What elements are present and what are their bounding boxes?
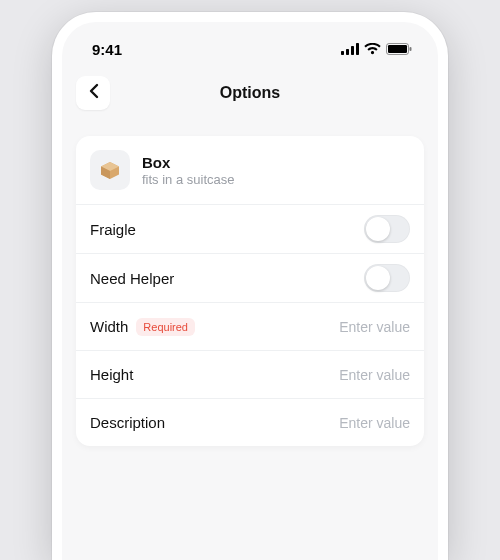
height-placeholder: Enter value xyxy=(339,367,410,383)
nav-bar: Options xyxy=(62,62,438,126)
back-button[interactable] xyxy=(76,76,110,110)
description-placeholder: Enter value xyxy=(339,415,410,431)
svg-rect-1 xyxy=(346,49,349,55)
cellular-icon xyxy=(341,41,359,58)
row-fragile: Fraigle xyxy=(76,204,424,253)
row-description[interactable]: Description Enter value xyxy=(76,398,424,446)
row-width[interactable]: Width Required Enter value xyxy=(76,302,424,350)
chevron-left-icon xyxy=(88,83,99,103)
svg-rect-5 xyxy=(388,45,407,53)
fragile-toggle[interactable] xyxy=(364,215,410,243)
header-title: Box xyxy=(142,154,235,171)
box-icon xyxy=(90,150,130,190)
header-row: Box fits in a suitcase xyxy=(76,136,424,204)
header-subtitle: fits in a suitcase xyxy=(142,172,235,187)
description-label: Description xyxy=(90,414,165,431)
phone-frame: 9:41 Options Box f xyxy=(52,12,448,560)
row-helper: Need Helper xyxy=(76,253,424,302)
fragile-label: Fraigle xyxy=(90,221,136,238)
width-label: Width xyxy=(90,318,128,335)
battery-icon xyxy=(386,41,412,58)
options-card: Box fits in a suitcase Fraigle Need Help… xyxy=(76,136,424,446)
svg-rect-6 xyxy=(410,47,412,51)
svg-rect-0 xyxy=(341,51,344,55)
row-height[interactable]: Height Enter value xyxy=(76,350,424,398)
required-badge: Required xyxy=(136,318,195,336)
helper-toggle[interactable] xyxy=(364,264,410,292)
status-bar: 9:41 xyxy=(62,22,438,62)
helper-label: Need Helper xyxy=(90,270,174,287)
status-indicators xyxy=(341,41,412,58)
wifi-icon xyxy=(364,41,381,58)
page-title: Options xyxy=(62,84,438,102)
height-label: Height xyxy=(90,366,133,383)
status-time: 9:41 xyxy=(92,41,122,58)
svg-rect-2 xyxy=(351,46,354,55)
width-placeholder: Enter value xyxy=(339,319,410,335)
svg-rect-3 xyxy=(356,43,359,55)
